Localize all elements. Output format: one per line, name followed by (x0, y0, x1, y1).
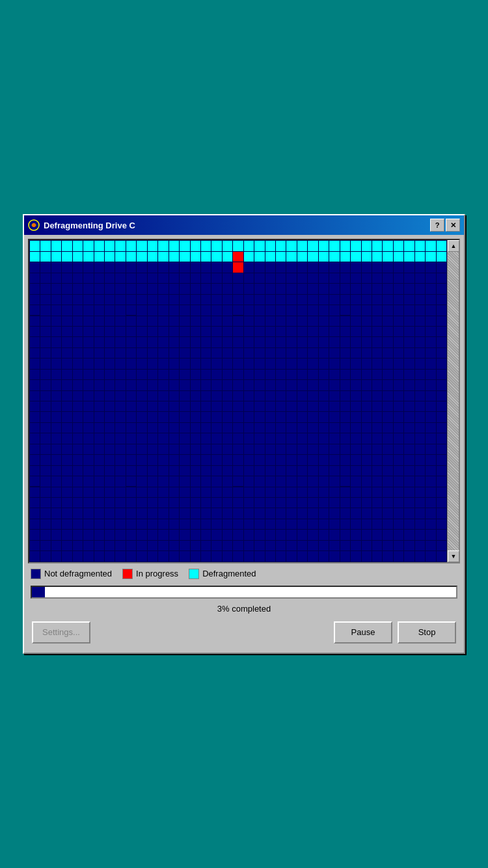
grid-cell (105, 337, 115, 347)
grid-cell (148, 273, 157, 283)
grid-cell (30, 295, 40, 305)
grid-cell (254, 444, 264, 454)
grid-cell (362, 327, 372, 336)
grid-cell (223, 508, 232, 518)
grid-cell (148, 391, 157, 401)
grid-cell (319, 252, 329, 262)
grid-cell (372, 241, 382, 251)
grid-cell (351, 551, 360, 561)
help-button[interactable]: ? (430, 219, 444, 232)
settings-button[interactable]: Settings... (32, 621, 90, 644)
grid-cell (340, 466, 350, 476)
close-button[interactable]: ✕ (446, 219, 460, 232)
grid-cell (158, 519, 168, 529)
scroll-track[interactable] (448, 252, 459, 550)
pause-button[interactable]: Pause (334, 621, 392, 644)
grid-cell (51, 284, 61, 293)
grid-cell (233, 530, 243, 539)
grid-cell (126, 284, 136, 293)
grid-cell (105, 508, 115, 518)
grid-cell (83, 455, 93, 465)
grid-cell (351, 262, 360, 272)
grid-cell (105, 295, 115, 305)
grid-cell (329, 455, 339, 465)
grid-cell (94, 327, 104, 336)
grid-cell (254, 401, 264, 411)
grid-cell (351, 359, 360, 368)
grid-cell (362, 284, 372, 293)
grid-cell (105, 391, 115, 401)
title-bar: Defragmenting Drive C ? ✕ (24, 215, 464, 235)
grid-cell (94, 370, 104, 379)
grid-cell (62, 444, 72, 454)
grid-cell (286, 423, 296, 433)
grid-cell (62, 252, 72, 262)
scroll-down-button[interactable]: ▼ (448, 550, 459, 562)
grid-cell (191, 273, 200, 283)
grid-cell (394, 444, 403, 454)
grid-cell (383, 508, 392, 518)
grid-cell (201, 316, 211, 326)
grid-cell (233, 433, 243, 443)
grid-cell (329, 391, 339, 401)
grid-cell (265, 423, 275, 433)
grid-cell (233, 348, 243, 358)
stop-button[interactable]: Stop (398, 621, 456, 644)
grid-cell (286, 316, 296, 326)
scroll-up-button[interactable]: ▲ (448, 240, 459, 252)
grid-cell (254, 305, 264, 315)
grid-cell (276, 412, 286, 422)
grid-cell (329, 305, 339, 315)
grid-cell (51, 252, 61, 262)
grid-cell (254, 541, 264, 550)
grid-cell (340, 327, 350, 336)
grid-cell (276, 508, 286, 518)
grid-cell (383, 359, 392, 368)
grid-cell (158, 530, 168, 539)
grid-cell (180, 370, 189, 379)
grid-cell (308, 348, 318, 358)
grid-cell (308, 327, 318, 336)
grid-cell (30, 423, 40, 433)
grid-cell (51, 295, 61, 305)
grid-cell (340, 348, 350, 358)
grid-cell (394, 262, 403, 272)
grid-cell (148, 541, 157, 550)
grid-cell (308, 305, 318, 315)
grid-cell (233, 476, 243, 486)
grid-cell (404, 466, 414, 476)
grid-cell (148, 412, 157, 422)
grid-cell (180, 508, 189, 518)
grid-cell (105, 530, 115, 539)
grid-cell (276, 241, 286, 251)
grid-cell (362, 423, 372, 433)
grid-cell (372, 380, 382, 390)
grid-cell (94, 295, 104, 305)
grid-cell (191, 380, 200, 390)
grid-cell (244, 530, 254, 539)
grid-cell (297, 476, 307, 486)
grid-cell (223, 433, 232, 443)
grid-cell (73, 348, 83, 358)
grid-cell (351, 508, 360, 518)
grid-cell (426, 316, 435, 326)
grid-cell (51, 241, 61, 251)
grid-cell (319, 412, 329, 422)
grid-cell (351, 401, 360, 411)
grid-cell (340, 487, 350, 497)
grid-cell (105, 401, 115, 411)
grid-cell (30, 508, 40, 518)
grid-cell (394, 305, 403, 315)
grid-cell (254, 337, 264, 347)
grid-cell (394, 498, 403, 508)
grid-cell (223, 380, 232, 390)
grid-cell (223, 262, 232, 272)
grid-cell (404, 423, 414, 433)
grid-cell (223, 359, 232, 368)
grid-cell (329, 508, 339, 518)
grid-cell (169, 444, 179, 454)
grid-cell (340, 433, 350, 443)
grid-cell (62, 305, 72, 315)
grid-cell (244, 541, 254, 550)
grid-cell (137, 262, 146, 272)
